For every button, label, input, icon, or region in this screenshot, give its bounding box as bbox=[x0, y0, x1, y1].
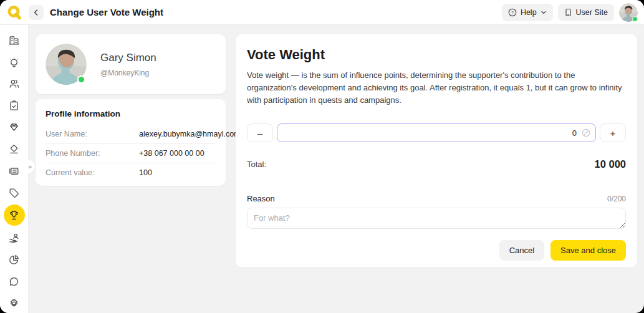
users-icon bbox=[8, 78, 20, 90]
sidebar-item-settings[interactable] bbox=[4, 293, 25, 313]
help-label: Help bbox=[521, 8, 537, 17]
question-circle-icon: ? bbox=[508, 8, 517, 17]
smartphone-icon bbox=[564, 8, 572, 17]
sidebar-item-organization[interactable] bbox=[4, 30, 25, 50]
trophy-icon bbox=[8, 209, 20, 221]
profile-avatar bbox=[46, 44, 87, 85]
topbar-actions: ? Help User Site bbox=[502, 3, 644, 22]
vote-weight-description: Vote weight — is the sum of influence po… bbox=[247, 69, 626, 107]
reason-block: Reason 0/200 bbox=[247, 194, 626, 231]
chevron-left-icon bbox=[32, 9, 40, 16]
help-button[interactable]: ? Help bbox=[502, 4, 553, 21]
info-row-username: User Name: alexey.bubymka@hmayl.com bbox=[46, 125, 216, 144]
content-area: Gary Simon @MonkeyKing Profile informati… bbox=[29, 25, 644, 313]
volunteer-icon bbox=[8, 232, 20, 244]
info-label: Current value: bbox=[46, 168, 139, 177]
profile-handle: @MonkeyKing bbox=[100, 69, 156, 77]
profile-online-status-dot bbox=[77, 75, 85, 84]
vote-weight-panel: Vote Weight Vote weight — is the sum of … bbox=[236, 34, 637, 267]
total-label: Total: bbox=[247, 160, 266, 169]
profile-name: Gary Simon bbox=[100, 52, 156, 64]
vote-weight-input[interactable] bbox=[277, 123, 596, 142]
info-value: alexey.bubymka@hmayl.com bbox=[139, 130, 241, 138]
main-row: » bbox=[0, 25, 644, 313]
vote-weight-title: Vote Weight bbox=[247, 47, 626, 63]
page-title: Change User Vote Weight bbox=[50, 7, 163, 17]
sidebar-item-vote-weight[interactable] bbox=[4, 205, 25, 226]
increase-button[interactable]: + bbox=[600, 123, 626, 142]
info-value: 100 bbox=[139, 168, 216, 177]
logo-q-icon bbox=[6, 4, 22, 21]
svg-text:?: ? bbox=[511, 9, 514, 15]
decrease-button[interactable]: – bbox=[247, 123, 273, 142]
sidebar-expand-button[interactable]: » bbox=[21, 160, 35, 173]
chat-icon bbox=[8, 276, 20, 287]
tasks-icon bbox=[8, 100, 20, 112]
sidebar-item-voting[interactable] bbox=[4, 139, 25, 159]
info-row-phone: Phone Number: +38 067 000 00 00 bbox=[46, 144, 216, 163]
settings-icon bbox=[8, 297, 20, 309]
reason-header: Reason 0/200 bbox=[247, 194, 626, 203]
profile-info-title: Profile information bbox=[46, 109, 216, 118]
user-site-label: User Site bbox=[576, 8, 608, 17]
form-actions: Cancel Save and close bbox=[247, 240, 626, 261]
prism-icon bbox=[8, 143, 20, 155]
info-value: +38 067 000 00 00 bbox=[139, 149, 216, 158]
info-label: User Name: bbox=[46, 130, 139, 138]
online-status-dot bbox=[632, 16, 638, 22]
cancel-button[interactable]: Cancel bbox=[499, 240, 544, 261]
reason-label: Reason bbox=[247, 194, 275, 203]
double-chevron-right-icon: » bbox=[28, 163, 32, 170]
user-avatar[interactable] bbox=[619, 3, 638, 22]
profile-card: Gary Simon @MonkeyKing bbox=[36, 34, 226, 94]
analytics-icon bbox=[8, 254, 20, 266]
left-column: Gary Simon @MonkeyKing Profile informati… bbox=[36, 34, 226, 186]
sidebar-item-rewards[interactable] bbox=[4, 117, 25, 137]
profile-info-card: Profile information User Name: alexey.bu… bbox=[36, 99, 226, 186]
sidebar-item-supporters[interactable] bbox=[4, 228, 25, 248]
vote-weight-stepper: – + bbox=[247, 123, 626, 142]
sidebar-item-tasks[interactable] bbox=[4, 95, 25, 115]
value-input-wrap bbox=[277, 123, 596, 142]
sidebar-item-tags[interactable] bbox=[4, 183, 25, 203]
reason-char-counter: 0/200 bbox=[607, 195, 626, 203]
clear-input-icon[interactable] bbox=[582, 128, 590, 137]
idea-icon bbox=[8, 56, 20, 68]
profile-identity: Gary Simon @MonkeyKing bbox=[100, 52, 156, 77]
total-value: 10 000 bbox=[595, 158, 626, 170]
sidebar-item-users[interactable] bbox=[4, 74, 25, 94]
sidebar-item-chat[interactable] bbox=[4, 271, 25, 291]
chevron-down-icon bbox=[541, 9, 547, 16]
gem-icon bbox=[8, 122, 20, 133]
reason-textarea[interactable] bbox=[247, 208, 626, 229]
sidebar-item-analytics[interactable] bbox=[4, 249, 25, 269]
sidebar-item-ideas[interactable] bbox=[4, 52, 25, 72]
feed-icon bbox=[8, 165, 20, 177]
user-site-button[interactable]: User Site bbox=[558, 4, 614, 21]
total-row: Total: 10 000 bbox=[247, 158, 626, 170]
back-button[interactable] bbox=[29, 5, 44, 20]
info-row-current-value: Current value: 100 bbox=[46, 163, 216, 182]
app-logo[interactable] bbox=[0, 4, 29, 21]
app-window: Change User Vote Weight ? Help User Site bbox=[0, 0, 644, 313]
top-bar: Change User Vote Weight ? Help User Site bbox=[0, 0, 644, 25]
organization-icon bbox=[8, 34, 20, 46]
save-and-close-button[interactable]: Save and close bbox=[550, 240, 626, 261]
tag-icon bbox=[8, 187, 20, 199]
info-label: Phone Number: bbox=[46, 149, 139, 158]
